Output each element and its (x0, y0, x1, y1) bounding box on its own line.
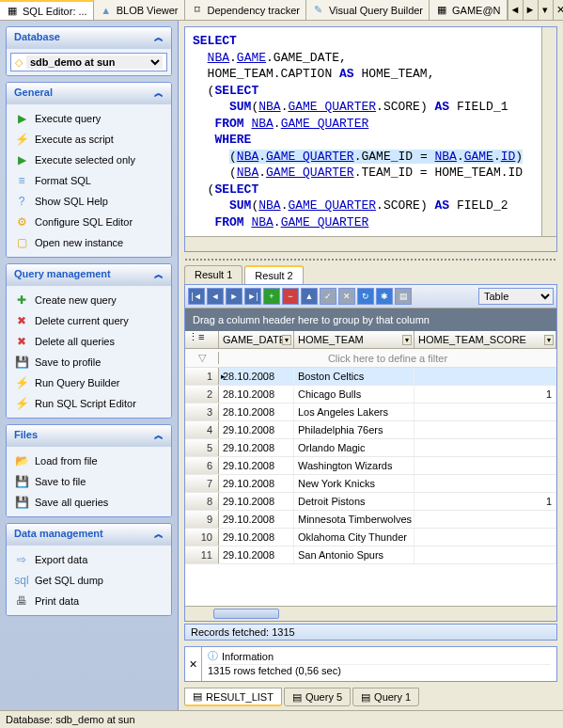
tab-visual-query-builder[interactable]: ✎Visual Query Builder (306, 0, 430, 20)
grid-hscrollbar[interactable] (185, 606, 556, 621)
tab-game[interactable]: ▦GAME@N (430, 0, 508, 20)
tab-result-2[interactable]: Result 2 (244, 265, 303, 284)
table-row[interactable]: 829.10.2008Detroit Pistons1 (185, 493, 556, 511)
query-mgmt-item-3[interactable]: 💾Save to profile (10, 352, 167, 372)
general-item-1[interactable]: ⚡Execute as script (10, 129, 167, 150)
general-item-0[interactable]: ▶Execute query (10, 108, 167, 129)
tab-query-1[interactable]: ▤Query 1 (352, 688, 419, 706)
add-row-button[interactable]: + (263, 288, 280, 305)
filter-button[interactable]: ▤ (395, 288, 412, 305)
tab-dependency-tracker[interactable]: ⌑Dependency tracker (185, 0, 306, 20)
tab-dropdown-button[interactable]: ▾ (538, 0, 553, 20)
cell-date[interactable]: 29.10.2008 (219, 493, 294, 510)
cell-date[interactable]: 29.10.2008 (219, 475, 294, 492)
cell-date[interactable]: 28.10.2008 (219, 386, 294, 403)
table-row[interactable]: 929.10.2008Minnesota Timberwolves (185, 511, 556, 529)
edit-button[interactable]: ▲ (301, 288, 318, 305)
tab-result-1[interactable]: Result 1 (184, 265, 242, 284)
cell-score[interactable]: 1 (414, 493, 556, 510)
cell-score[interactable] (414, 546, 556, 563)
cell-team[interactable]: Philadelphia 76ers (294, 421, 414, 438)
panel-head-general[interactable]: General︽ (7, 83, 171, 104)
cell-team[interactable]: San Antonio Spurs (294, 546, 414, 563)
col-header-home-team[interactable]: HOME_TEAM▾ (294, 331, 414, 348)
panel-head-query-mgmt[interactable]: Query management︽ (7, 264, 171, 286)
nav-last-button[interactable]: ►| (244, 288, 261, 305)
col-header-score[interactable]: HOME_TEAM_SCORE▾ (414, 331, 556, 348)
general-item-3[interactable]: ≡Format SQL (10, 170, 167, 191)
table-row[interactable]: 429.10.2008Philadelphia 76ers (185, 421, 556, 439)
query-mgmt-item-0[interactable]: ✚Create new query (10, 290, 167, 310)
cell-score[interactable] (414, 475, 556, 492)
cell-date[interactable]: 28.10.2008 (219, 368, 294, 385)
cell-date[interactable]: 29.10.2008 (219, 511, 294, 528)
query-mgmt-item-4[interactable]: ⚡Run Query Builder (10, 372, 167, 393)
dropdown-icon[interactable]: ▾ (402, 335, 412, 345)
panel-head-files[interactable]: Files︽ (7, 425, 171, 447)
group-by-bar[interactable]: Drag a column header here to group by th… (185, 309, 556, 331)
tab-close-button[interactable]: ✕ (553, 0, 563, 20)
sql-hscrollbar[interactable] (185, 236, 556, 251)
cell-date[interactable]: 29.10.2008 (219, 529, 294, 546)
cell-team[interactable]: Oklahoma City Thunder (294, 529, 414, 546)
cell-score[interactable] (414, 421, 556, 438)
grid-body[interactable]: 1▸28.10.2008Boston Celtics228.10.2008Chi… (185, 368, 556, 606)
post-button[interactable]: ✓ (320, 288, 336, 305)
files-item-2[interactable]: 💾Save all queries (10, 492, 167, 513)
col-header-game-date[interactable]: GAME_DATE▾ (219, 331, 294, 348)
general-item-5[interactable]: ⚙Configure SQL Editor (10, 212, 167, 232)
splitter[interactable] (184, 258, 557, 261)
general-item-6[interactable]: ▢Open new instance (10, 232, 167, 253)
cell-date[interactable]: 29.10.2008 (219, 421, 294, 438)
data-mgmt-item-1[interactable]: sqlGet SQL dump (10, 570, 167, 591)
cell-team[interactable]: Los Angeles Lakers (294, 404, 414, 420)
nav-next-button[interactable]: ► (226, 288, 242, 305)
sql-editor[interactable]: SELECT NBA.GAME.GAME_DATE, HOME_TEAM.CAP… (184, 26, 557, 252)
tab-result-list[interactable]: ▤RESULT_LIST (184, 688, 282, 706)
tab-blob-viewer[interactable]: ▲BLOB Viewer (94, 0, 185, 20)
panel-head-data-mgmt[interactable]: Data management︽ (7, 524, 171, 546)
panel-head-database[interactable]: Database︽ (7, 27, 171, 49)
files-item-0[interactable]: 📂Load from file (10, 451, 167, 471)
cell-score[interactable] (414, 457, 556, 474)
view-mode-select[interactable]: Table (478, 288, 554, 305)
bookmark-button[interactable]: ✱ (376, 288, 393, 305)
tab-next-button[interactable]: ► (523, 0, 538, 20)
cell-score[interactable] (414, 529, 556, 546)
sql-vscrollbar[interactable] (541, 27, 556, 236)
cell-date[interactable]: 29.10.2008 (219, 457, 294, 474)
cell-score[interactable]: 1 (414, 386, 556, 403)
refresh-button[interactable]: ↻ (357, 288, 374, 305)
query-mgmt-item-1[interactable]: ✖Delete current query (10, 310, 167, 331)
database-select[interactable]: sdb_demo at sun (26, 55, 163, 69)
info-close-button[interactable]: ✕ (185, 647, 202, 681)
table-row[interactable]: 1▸28.10.2008Boston Celtics (185, 368, 556, 386)
table-row[interactable]: 1129.10.2008San Antonio Spurs (185, 546, 556, 564)
files-item-1[interactable]: 💾Save to file (10, 471, 167, 492)
nav-prev-button[interactable]: ◄ (207, 288, 224, 305)
cell-date[interactable]: 29.10.2008 (219, 439, 294, 456)
tab-prev-button[interactable]: ◄ (508, 0, 523, 20)
cell-team[interactable]: Washington Wizards (294, 457, 414, 474)
tab-sql-editor[interactable]: ▦SQL Editor: ... (0, 0, 94, 20)
table-row[interactable]: 729.10.2008New York Knicks (185, 475, 556, 493)
data-mgmt-item-0[interactable]: ⇨Export data (10, 549, 167, 570)
dropdown-icon[interactable]: ▾ (282, 335, 291, 345)
cell-score[interactable] (414, 368, 556, 385)
data-mgmt-item-2[interactable]: 🖶Print data (10, 591, 167, 611)
cell-score[interactable] (414, 404, 556, 420)
cell-team[interactable]: Minnesota Timberwolves (294, 511, 414, 528)
nav-first-button[interactable]: |◄ (188, 288, 205, 305)
cell-date[interactable]: 29.10.2008 (219, 546, 294, 563)
table-row[interactable]: 328.10.2008Los Angeles Lakers (185, 404, 556, 421)
cell-team[interactable]: Orlando Magic (294, 439, 414, 456)
cell-team[interactable]: Chicago Bulls (294, 386, 414, 403)
dropdown-icon[interactable]: ▾ (544, 335, 554, 345)
table-row[interactable]: 1029.10.2008Oklahoma City Thunder (185, 529, 556, 546)
cell-date[interactable]: 28.10.2008 (219, 404, 294, 420)
cell-team[interactable]: New York Knicks (294, 475, 414, 492)
cell-score[interactable] (414, 439, 556, 456)
general-item-2[interactable]: ▶Execute selected only (10, 150, 167, 170)
delete-row-button[interactable]: − (282, 288, 299, 305)
query-mgmt-item-5[interactable]: ⚡Run SQL Script Editor (10, 393, 167, 414)
